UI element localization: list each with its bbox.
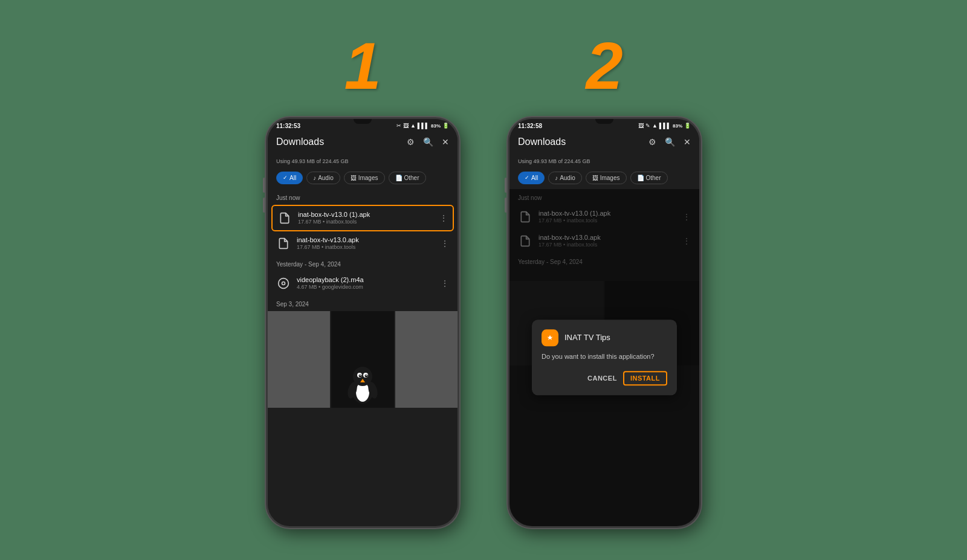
phone-2-app-header: Downloads ⚙ 🔍 ✕ (509, 132, 699, 152)
phone-2-storage-info: Using 49.93 MB of 224.45 GB (509, 152, 699, 169)
phone-2-header-icons: ⚙ 🔍 ✕ (648, 137, 691, 147)
settings-icon[interactable]: ⚙ (407, 137, 415, 147)
step-2-number: 2 (586, 33, 623, 99)
install-button[interactable]: INSTALL (623, 371, 667, 385)
p2-tab-all-label: All (531, 175, 538, 181)
section-sep3: Sep 3, 2024 (268, 295, 458, 311)
p2-audio-icon: ♪ (555, 175, 558, 181)
close-icon[interactable]: ✕ (442, 137, 449, 147)
phone-1-left-buttons (263, 178, 265, 213)
tab-audio[interactable]: ♪ Audio (306, 172, 340, 184)
p2-tab-other[interactable]: 📄 Other (630, 172, 668, 184)
tab-audio-label: Audio (318, 175, 334, 181)
phone-1-status-icons: ✂ 🖼 ▲ ▌▌▌ 83% 🔋 (396, 123, 449, 129)
file-name-apk1: inat-box-tv-v13.0 (1).apk (298, 211, 433, 218)
section-yesterday: Yesterday - Sep 4, 2024 (268, 256, 458, 271)
svg-point-10 (366, 375, 367, 376)
phone-2-volume-down-btn (505, 198, 507, 213)
p2-battery-level: 83% (673, 123, 682, 129)
file-info-audio: videoplayback (2).m4a 4.67 MB • googlevi… (297, 276, 435, 290)
file-menu-apk1[interactable]: ⋮ (439, 213, 448, 223)
p2-settings-icon[interactable]: ⚙ (648, 137, 656, 147)
file-icon-audio (276, 276, 291, 291)
phone-1-storage-info: Using 49.93 MB of 224.45 GB (268, 152, 458, 169)
section-yesterday-title: Yesterday - Sep 4, 2024 (276, 261, 341, 268)
tab-images-label: Images (358, 175, 378, 181)
p2-tab-audio[interactable]: ♪ Audio (548, 172, 582, 184)
image-cell-2 (331, 311, 393, 408)
phone-2-left-buttons (505, 178, 507, 213)
file-item-audio[interactable]: videoplayback (2).m4a 4.67 MB • googlevi… (268, 271, 458, 295)
svg-point-9 (360, 375, 361, 376)
cancel-button[interactable]: CANCEL (587, 375, 617, 382)
phone-2-time: 11:32:58 (518, 123, 542, 129)
audio-icon: ♪ (313, 175, 316, 181)
phone-2-volume-up-btn (505, 178, 507, 193)
phone-2-status-icons: 🖼 ✎ ▲ ▌▌▌ 83% 🔋 (638, 123, 691, 129)
p2-check-icon: ✓ (525, 175, 529, 181)
screenshot-icon: ✂ (396, 123, 401, 129)
phone-1-header-icons: ⚙ 🔍 ✕ (407, 137, 449, 147)
phone-2-filter-tabs: ✓ All ♪ Audio 🖼 Images 📄 Other (509, 169, 699, 189)
dialog-app-name: INAT TV Tips (564, 333, 610, 342)
step-1-number: 1 (344, 33, 381, 99)
tab-all[interactable]: ✓ All (276, 172, 303, 184)
phone-1-status-bar: 11:32:53 ✂ 🖼 ▲ ▌▌▌ 83% 🔋 (268, 119, 458, 132)
phone-1-file-list: Just now inat-box-tv-v13.0 (1).apk (268, 189, 458, 526)
phone-2-status-bar: 11:32:58 🖼 ✎ ▲ ▌▌▌ 83% 🔋 (509, 119, 699, 132)
p2-signal-icon: ▌▌▌ (659, 123, 671, 129)
p2-battery-icon: 🔋 (684, 123, 691, 129)
image-grid-1 (268, 311, 458, 408)
battery-icon: 🔋 (442, 123, 449, 129)
p2-tab-other-label: Other (646, 175, 661, 181)
file-menu-apk2[interactable]: ⋮ (441, 239, 449, 248)
phone-2-file-list: Just now inat-box-tv-v13.0 (1).apk (509, 189, 699, 526)
p2-search-icon[interactable]: 🔍 (665, 137, 675, 147)
section-just-now: Just now (268, 189, 458, 205)
file-icon-apk2 (276, 236, 291, 251)
file-info-apk1: inat-box-tv-v13.0 (1).apk 17.67 MB • ina… (298, 211, 433, 225)
p2-wifi-icon: ▲ (652, 123, 658, 129)
tab-other[interactable]: 📄 Other (389, 172, 426, 184)
file-menu-audio[interactable]: ⋮ (441, 278, 449, 288)
wifi-icon: ▲ (410, 123, 416, 129)
search-icon[interactable]: 🔍 (423, 137, 433, 147)
install-dialog: INAT TV Tips Do you want to install this… (532, 320, 677, 395)
tab-images[interactable]: 🖼 Images (344, 172, 385, 184)
volume-down-btn (263, 198, 265, 213)
dialog-buttons: CANCEL INSTALL (542, 371, 667, 385)
svg-point-1 (282, 282, 285, 285)
step-1-container: 1 11:32:53 ✂ 🖼 ▲ ▌▌▌ 83% 🔋 (266, 33, 459, 528)
file-meta-apk2: 17.67 MB • inatbox.tools (297, 244, 435, 250)
file-meta-audio: 4.67 MB • googlevideo.com (297, 284, 435, 290)
phone-1-frame: 11:32:53 ✂ 🖼 ▲ ▌▌▌ 83% 🔋 Downloads ⚙ (266, 117, 459, 528)
phone-1-storage-text: Using 49.93 MB of 224.45 GB (276, 158, 349, 164)
p2-images-icon: 🖼 (592, 175, 598, 181)
p2-tab-images[interactable]: 🖼 Images (586, 172, 627, 184)
phone-1-filter-tabs: ✓ All ♪ Audio 🖼 Images 📄 Other (268, 169, 458, 189)
dialog-message: Do you want to install this application? (542, 352, 667, 361)
p2-close-icon[interactable]: ✕ (684, 137, 691, 147)
file-item-apk2[interactable]: inat-box-tv-v13.0.apk 17.67 MB • inatbox… (268, 231, 458, 256)
phone-1-app-title: Downloads (276, 137, 324, 147)
tab-other-label: Other (404, 175, 419, 181)
volume-up-btn (263, 178, 265, 193)
tab-all-label: All (289, 175, 296, 181)
p2-tab-all[interactable]: ✓ All (518, 172, 545, 184)
p2-other-icon: 📄 (637, 175, 644, 181)
file-info-apk2: inat-box-tv-v13.0.apk 17.67 MB • inatbox… (297, 236, 435, 250)
image-cell-1 (268, 311, 330, 408)
signal-icon: ▌▌▌ (418, 123, 429, 129)
images-icon: 🖼 (351, 175, 357, 181)
phone-1-time: 11:32:53 (276, 123, 300, 129)
check-icon: ✓ (283, 175, 288, 181)
p2-tab-audio-label: Audio (560, 175, 575, 181)
p2-edit-icon: ✎ (645, 123, 650, 129)
file-meta-apk1: 17.67 MB • inatbox.tools (298, 219, 433, 225)
p2-tab-images-label: Images (600, 175, 620, 181)
dialog-app-icon (542, 329, 558, 346)
phone-1-wrapper: 11:32:53 ✂ 🖼 ▲ ▌▌▌ 83% 🔋 Downloads ⚙ (266, 117, 459, 528)
phone-2-wrapper: 11:32:58 🖼 ✎ ▲ ▌▌▌ 83% 🔋 Downloads ⚙ (508, 117, 701, 528)
file-icon-apk1 (277, 211, 292, 225)
file-item-apk1-highlighted[interactable]: inat-box-tv-v13.0 (1).apk 17.67 MB • ina… (271, 205, 454, 231)
